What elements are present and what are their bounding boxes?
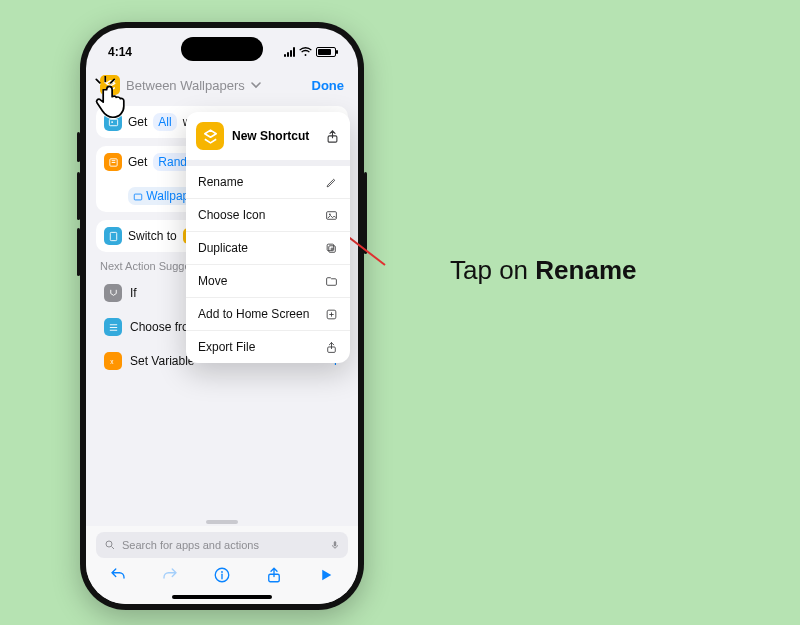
power-button: [364, 172, 367, 254]
context-menu-title: New Shortcut: [232, 129, 317, 143]
context-menu-label: Choose Icon: [198, 208, 265, 222]
annotation-text: Tap on Rename: [450, 255, 636, 286]
shortcut-context-menu: New Shortcut Rename Choose Icon Duplicat…: [186, 112, 350, 363]
dynamic-island: [181, 37, 263, 61]
context-menu-label: Add to Home Screen: [198, 307, 309, 321]
volume-up-button: [77, 172, 80, 220]
image-icon: [325, 209, 338, 222]
annotation-target: Rename: [535, 255, 636, 285]
mute-switch: [77, 132, 80, 162]
context-menu-item-move[interactable]: Move: [186, 264, 350, 297]
duplicate-icon: [325, 242, 338, 255]
annotation-prefix: Tap on: [450, 255, 535, 285]
tap-gesture-icon: [86, 76, 130, 120]
shortcut-glyph-icon: [196, 122, 224, 150]
context-menu-item-add-home[interactable]: Add to Home Screen: [186, 297, 350, 330]
context-menu-item-choose-icon[interactable]: Choose Icon: [186, 198, 350, 231]
status-time: 4:14: [108, 45, 132, 59]
context-menu-label: Export File: [198, 340, 255, 354]
volume-down-button: [77, 228, 80, 276]
export-icon: [325, 341, 338, 354]
wifi-icon: [299, 47, 312, 57]
context-menu-header: New Shortcut: [186, 112, 350, 160]
context-menu-item-duplicate[interactable]: Duplicate: [186, 231, 350, 264]
svg-rect-16: [327, 244, 334, 251]
pencil-icon: [325, 176, 338, 189]
context-menu-label: Duplicate: [198, 241, 248, 255]
context-menu-label: Rename: [198, 175, 243, 189]
add-home-icon: [325, 308, 338, 321]
context-menu-share-button[interactable]: [325, 129, 340, 144]
folder-icon: [325, 275, 338, 288]
context-menu-label: Move: [198, 274, 227, 288]
context-menu-item-rename[interactable]: Rename: [186, 166, 350, 198]
battery-icon: [316, 47, 336, 57]
context-menu-item-export[interactable]: Export File: [186, 330, 350, 363]
cellular-signal-icon: [284, 47, 295, 57]
